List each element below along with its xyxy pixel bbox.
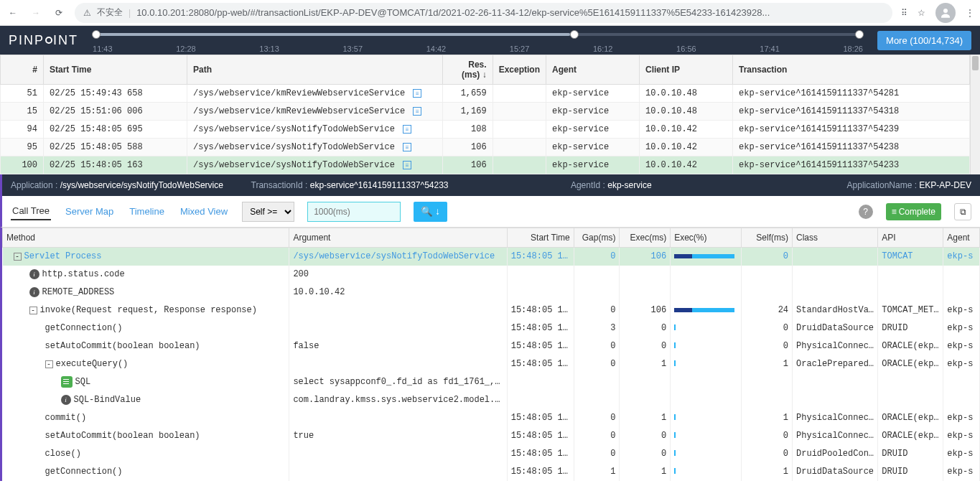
calltree-row[interactable]: SQLselect sysappconf0_.fd_id as fd1_1761…: [3, 373, 980, 391]
calltree-row[interactable]: -invoke(Request request, Response respon…: [3, 302, 980, 319]
timeline-tick: 13:57: [342, 45, 363, 53]
ct-col-class[interactable]: Class: [793, 228, 878, 248]
calltree-row[interactable]: getConnection()15:48:05 169111DruidDataS…: [3, 463, 980, 481]
detail-icon[interactable]: ≡: [413, 89, 421, 98]
menu-icon[interactable]: ⋮: [966, 8, 974, 18]
help-icon[interactable]: ?: [859, 205, 873, 219]
timeline-knob-mid[interactable]: [570, 30, 579, 39]
ct-col-method[interactable]: Method: [3, 228, 289, 248]
ct-col-argument[interactable]: Argument: [289, 228, 507, 248]
calltree-container: Method Argument Start Time Gap(ms) Exec(…: [0, 228, 980, 481]
tab-timeline[interactable]: Timeline: [128, 203, 166, 220]
ct-col-start[interactable]: Start Time: [507, 228, 574, 248]
timeline-tick: 16:56: [676, 45, 696, 53]
ct-col-agent[interactable]: Agent: [943, 228, 980, 248]
timeline-tick: 14:42: [426, 45, 447, 53]
timeline-tick: 16:12: [593, 45, 613, 53]
calltree-row[interactable]: -executeQuery()15:48:05 166011OraclePrep…: [3, 355, 980, 373]
info-icon: i: [61, 395, 71, 405]
calltree-row[interactable]: commit()15:48:05 167011PhysicalConnect…O…: [3, 409, 980, 427]
col-agent[interactable]: Agent: [546, 55, 640, 85]
calltree-row[interactable]: iSQL-BindValuecom.landray.kmss.sys.webse…: [3, 391, 980, 409]
tab-servermap[interactable]: Server Map: [64, 203, 115, 220]
svg-point-0: [943, 9, 948, 13]
ct-col-api[interactable]: API: [878, 228, 943, 248]
col-ip[interactable]: Client IP: [640, 55, 733, 85]
detail-bar: Application : /sys/webservice/sysNotifyT…: [0, 174, 980, 196]
timeline-knob-start[interactable]: [92, 30, 101, 39]
transaction-row[interactable]: 10002/25 15:48:05 163/sys/webservice/sys…: [1, 156, 970, 174]
bookmark-icon[interactable]: ☆: [918, 8, 925, 18]
url-text: 10.0.10.201:28080/pp-web/#/transactionLi…: [136, 7, 770, 18]
col-num[interactable]: #: [1, 55, 44, 85]
complete-button[interactable]: ≡Complete: [886, 203, 941, 220]
transaction-row[interactable]: 9402/25 15:48:05 695/sys/webservice/sysN…: [1, 121, 970, 139]
ct-col-exec[interactable]: Exec(ms): [620, 228, 671, 248]
arrow-down-icon: ↓: [435, 206, 440, 217]
calltree-row[interactable]: -Servlet Process/sys/webservice/sysNotif…: [3, 248, 980, 266]
ct-col-self[interactable]: Self(ms): [742, 228, 793, 248]
tree-toggle-icon[interactable]: -: [14, 253, 22, 261]
tree-toggle-icon[interactable]: -: [45, 360, 53, 368]
col-transaction[interactable]: Transaction: [733, 55, 970, 85]
browser-bar: ← → ⟳ ⚠ 不安全 | 10.0.10.201:28080/pp-web/#…: [0, 0, 980, 26]
tree-toggle-icon[interactable]: -: [29, 307, 37, 314]
col-start[interactable]: Start Time: [44, 55, 187, 85]
col-path[interactable]: Path: [187, 55, 443, 85]
reload-button[interactable]: ⟳: [52, 6, 66, 20]
filter-go-button[interactable]: 🔍↓: [414, 202, 447, 222]
col-exception[interactable]: Exception: [493, 55, 546, 85]
calltree-row[interactable]: getConnection()15:48:05 166300DruidDataS…: [3, 319, 980, 337]
calltree-row[interactable]: setAutoCommit(boolean boolean)true15:48:…: [3, 427, 980, 445]
translate-icon[interactable]: ⠿: [901, 8, 907, 18]
timeline-knob-end[interactable]: [855, 30, 864, 39]
insecure-label: 不安全: [97, 6, 123, 19]
timeline-tick: 11:43: [93, 45, 113, 53]
info-icon: i: [29, 287, 39, 297]
calltree-row[interactable]: ihttp.status.code200: [3, 266, 980, 284]
open-external-button[interactable]: ⧉: [954, 203, 971, 220]
ct-col-gap[interactable]: Gap(ms): [574, 228, 620, 248]
col-res[interactable]: Res. (ms) ↓: [442, 55, 493, 85]
calltree-row[interactable]: setAutoCommit(boolean boolean)false15:48…: [3, 337, 980, 355]
more-button[interactable]: More (100/14,734): [877, 31, 971, 50]
app-header: PINPINT 11:4312:2813:1313:5714:4215:2716…: [0, 26, 980, 55]
timeline-tick: 12:28: [176, 45, 196, 53]
tab-calltree[interactable]: Call Tree: [11, 202, 51, 220]
calltree-row[interactable]: close()15:48:05 168000DruidPooledConn…DR…: [3, 445, 980, 463]
detail-icon[interactable]: ≡: [403, 125, 411, 134]
transactions-table: # Start Time Path Res. (ms) ↓ Exception …: [0, 55, 970, 174]
back-button[interactable]: ←: [6, 6, 20, 20]
calltree-row[interactable]: iREMOTE_ADDRESS10.0.10.42: [3, 284, 980, 302]
self-filter-input[interactable]: [307, 202, 401, 222]
timeline-tick: 18:26: [843, 45, 863, 53]
calltree-table: Method Argument Start Time Gap(ms) Exec(…: [2, 228, 980, 481]
detail-icon[interactable]: ≡: [413, 107, 421, 116]
timeline[interactable]: 11:4312:2813:1313:5714:4215:2716:1216:56…: [93, 27, 863, 53]
search-icon: 🔍: [421, 206, 433, 217]
url-bar[interactable]: ⚠ 不安全 | 10.0.10.201:28080/pp-web/#/trans…: [75, 3, 892, 23]
transaction-row[interactable]: 1502/25 15:51:06 006/sys/webservice/kmRe…: [1, 103, 970, 121]
sql-icon: [61, 376, 73, 388]
warning-icon: ⚠: [83, 8, 91, 18]
list-icon: ≡: [892, 207, 897, 217]
profile-avatar[interactable]: [935, 3, 956, 23]
info-icon: i: [29, 269, 39, 279]
detail-icon[interactable]: ≡: [403, 143, 411, 151]
pinpoint-logo[interactable]: PINPINT: [9, 33, 78, 48]
tabs-row: Call Tree Server Map Timeline Mixed View…: [0, 196, 980, 228]
self-filter-select[interactable]: Self >=: [242, 202, 294, 222]
tx-scrollbar[interactable]: [970, 55, 980, 174]
timeline-tick: 15:27: [510, 45, 530, 53]
timeline-tick: 17:41: [760, 45, 780, 53]
timeline-tick: 13:13: [259, 45, 279, 53]
transaction-row[interactable]: 5102/25 15:49:43 658/sys/webservice/kmRe…: [1, 85, 970, 103]
ct-col-execp[interactable]: Exec(%): [671, 228, 742, 248]
forward-button[interactable]: →: [29, 6, 43, 20]
transaction-row[interactable]: 9502/25 15:48:05 588/sys/webservice/sysN…: [1, 139, 970, 156]
detail-icon[interactable]: ≡: [403, 161, 411, 169]
tab-mixedview[interactable]: Mixed View: [179, 203, 229, 220]
